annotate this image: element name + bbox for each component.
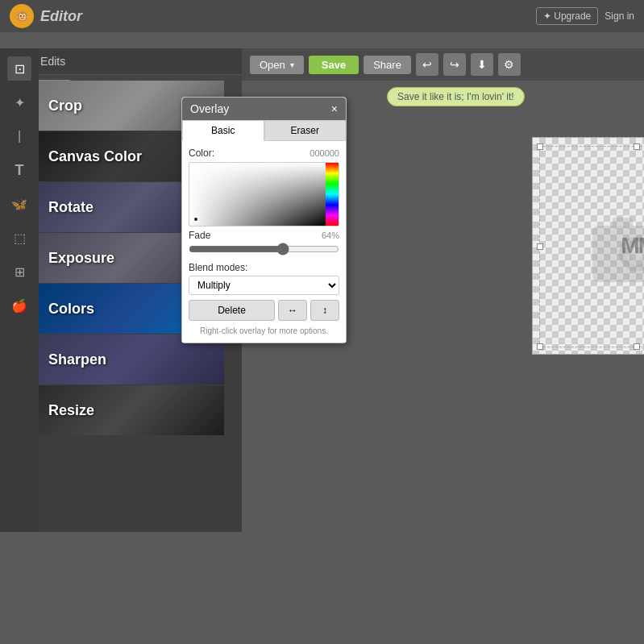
- sidebar-icon-texture[interactable]: ⊞: [7, 260, 31, 284]
- download-button[interactable]: ⬇: [471, 53, 493, 76]
- sidebar-icon-text[interactable]: T: [7, 158, 31, 182]
- settings-button[interactable]: ⚙: [498, 53, 521, 76]
- open-button[interactable]: Open ▾: [250, 56, 304, 74]
- right-click-note: Right-click overlay for more options.: [189, 326, 339, 336]
- menu-item-resize-label: Resize: [39, 385, 224, 435]
- sidebar-icon-frame[interactable]: ⬚: [7, 226, 31, 250]
- color-picker-gradient[interactable]: [189, 163, 326, 226]
- overlay-close-button[interactable]: ×: [331, 102, 338, 115]
- overlay-header: Overlay ×: [182, 98, 346, 120]
- icon-sidebar: ⊡ ✦ | T 🦋 ⬚ ⊞ 🍎: [0, 48, 39, 532]
- fade-slider-wrap: [189, 243, 339, 259]
- save-button[interactable]: Save: [309, 56, 359, 74]
- color-label-row: Color: 000000: [189, 147, 339, 159]
- blend-modes-select[interactable]: Normal Multiply Screen Overlay Darken Li…: [189, 276, 339, 295]
- fade-slider[interactable]: [189, 243, 339, 256]
- overlay-title: Overlay: [190, 102, 229, 115]
- sidebar-icon-butterfly[interactable]: 🦋: [7, 192, 31, 216]
- fade-row: Fade 64%: [189, 230, 339, 241]
- color-value: 000000: [310, 148, 339, 158]
- chevron-down-icon: ▾: [290, 60, 294, 69]
- sidebar-icon-brush[interactable]: |: [7, 124, 31, 148]
- sidebar-icon-sticker[interactable]: 🍎: [7, 293, 31, 318]
- color-picker-dot: [193, 216, 199, 222]
- color-label: Color:: [189, 147, 214, 159]
- flip-horizontal-button[interactable]: ↔: [278, 300, 307, 321]
- flip-vertical-button[interactable]: ↕: [310, 300, 339, 321]
- fade-value: 64%: [322, 231, 339, 240]
- overlay-tab-eraser[interactable]: Eraser: [264, 120, 347, 141]
- overlay-body: Color: 000000 Fade 64% Blend modes: Norm…: [182, 141, 346, 343]
- sidebar-icon-wand[interactable]: ✦: [7, 90, 31, 114]
- delete-button[interactable]: Delete: [189, 300, 275, 321]
- editor-title: Editor: [40, 8, 530, 25]
- overlay-tabs: Basic Eraser: [182, 120, 346, 141]
- undo-button[interactable]: ↩: [416, 53, 438, 76]
- signin-button[interactable]: Sign in: [605, 10, 634, 22]
- overlay-actions: Delete ↔ ↕: [189, 300, 339, 321]
- editor-logo: 🐵: [10, 4, 34, 28]
- canvas-toolbar: Open ▾ Save Share ↩ ↪ ⬇ ⚙: [242, 48, 644, 81]
- fade-label: Fade: [189, 230, 210, 241]
- canvas-image[interactable]: MMYCHAKAR: [532, 137, 644, 355]
- overlay-popup: Overlay × Basic Eraser Color: 000000 Fad…: [181, 97, 347, 343]
- color-picker-area[interactable]: [189, 162, 339, 226]
- watermark-text: MMYCHAKAR: [621, 233, 644, 259]
- editor-header: 🐵 Editor ✦ Upgrade Sign in: [0, 0, 644, 32]
- upgrade-button[interactable]: ✦ Upgrade: [536, 7, 598, 25]
- rainbow-bar[interactable]: [326, 163, 339, 226]
- sidebar-icon-crop[interactable]: ⊡: [7, 56, 31, 81]
- menu-item-resize[interactable]: Resize: [39, 385, 224, 435]
- blend-label: Blend modes:: [189, 262, 339, 273]
- share-button[interactable]: Share: [364, 56, 411, 74]
- redo-button[interactable]: ↪: [443, 53, 466, 76]
- svg-rect-4: [613, 218, 633, 229]
- overlay-tab-basic[interactable]: Basic: [182, 120, 264, 141]
- canvas-content: MMYCHAKAR: [533, 138, 644, 354]
- save-tooltip: Save it like it is; I'm lovin' it!: [387, 87, 525, 106]
